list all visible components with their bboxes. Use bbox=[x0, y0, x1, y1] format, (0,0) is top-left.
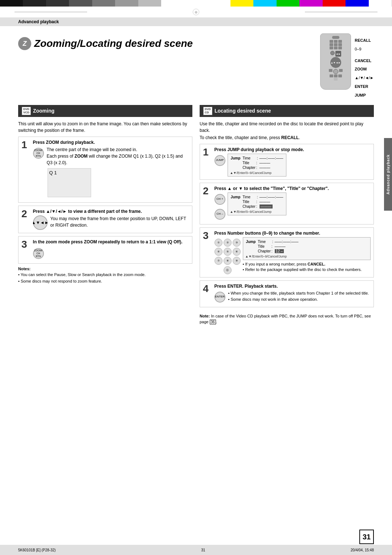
step4-bullets: • When you change the title, playback st… bbox=[228, 290, 369, 303]
reg-line-right bbox=[305, 12, 377, 12]
dvd-badge-zoom: DVDVCD bbox=[22, 107, 31, 115]
locate-step3-title: Press Number buttons (0–9) to change the… bbox=[215, 231, 371, 236]
bottom-note-text: In case of the Video CD playback with PB… bbox=[200, 314, 371, 324]
title-icon: Z bbox=[18, 37, 31, 50]
locate-step-number-4: 4 bbox=[203, 284, 209, 294]
locate-step2-content: Press ▲ or ▼ to select the "Time", "Titl… bbox=[215, 186, 371, 221]
step-number-2: 2 bbox=[21, 209, 27, 219]
locating-intro2: To check the title, chapter and time, pr… bbox=[200, 134, 374, 141]
zooming-header: DVDVCD Zooming bbox=[18, 105, 192, 117]
color-block bbox=[323, 0, 346, 7]
color-block bbox=[138, 0, 161, 7]
locate-step4-title: Press ENTER. Playback starts. bbox=[215, 284, 371, 289]
two-column-layout: DVDVCD Zooming This unit will allow you … bbox=[18, 105, 374, 325]
color-block bbox=[346, 0, 368, 7]
footer-right: 20/4/04, 15:48 bbox=[351, 548, 374, 552]
zoom-step-2: 2 Press ▲/▼/◄/► to view a different part… bbox=[18, 206, 192, 233]
zoom-step-1: 1 Press ZOOM during playback. ZOOM/CH RT… bbox=[18, 137, 192, 203]
locating-intro1: Use the title, chapter and time recorded… bbox=[200, 121, 374, 134]
right-sidebar: Advanced playback bbox=[384, 138, 392, 211]
remote-label-zoom: ZOOM bbox=[355, 66, 374, 73]
locate-step-number-3: 3 bbox=[203, 231, 209, 241]
locate-step-number-2: 2 bbox=[203, 186, 209, 196]
locate-step-1: 1 Press JUMP during playback or stop mod… bbox=[200, 144, 374, 180]
bullet-1: • When you change the title, playback st… bbox=[228, 290, 369, 297]
zoom-level-label: Q 1 bbox=[49, 170, 57, 175]
main-content: Z Zooming/Locating desired scene bbox=[0, 26, 392, 336]
locate-step4-content: Press ENTER. Playback starts. ENTER • Wh… bbox=[215, 284, 371, 304]
locate-step-4: 4 Press ENTER. Playback starts. ENTER • … bbox=[200, 280, 374, 307]
title-area: Z Zooming/Locating desired scene bbox=[18, 33, 374, 99]
footer-left: 5K60101B [E] (P28-32) bbox=[18, 548, 56, 552]
locate-step-number-1: 1 bbox=[203, 147, 209, 157]
zoom-step3-content: In the zoom mode press ZOOM repeatedly t… bbox=[33, 239, 183, 260]
locating-column: DVDCD Locating desired scene Use the tit… bbox=[200, 105, 374, 325]
remote-control-image: ◄► ▲▼◄► bbox=[320, 33, 351, 90]
remote-label-enter: ENTER bbox=[355, 83, 374, 90]
bullet-2: • Some discs may not work in the above o… bbox=[228, 296, 369, 303]
locating-title: Locating desired scene bbox=[215, 108, 271, 114]
note-1: • You can select the Pause, Slow or Sear… bbox=[18, 272, 192, 278]
refer-note: • Refer to the package supplied with the… bbox=[243, 267, 371, 272]
color-block bbox=[0, 0, 23, 7]
title-icon-letter: Z bbox=[23, 40, 27, 48]
jump-btn-1: JUMP bbox=[215, 155, 225, 166]
notes-title: Notes: bbox=[18, 267, 192, 271]
zoom-step1-body: The centre part of the image will be zoo… bbox=[47, 146, 189, 166]
ch-buttons: CH + CH – bbox=[215, 193, 225, 221]
zoom-step2-body: You may move the frame from the center p… bbox=[50, 215, 189, 228]
dvd-badge-locate: DVDCD bbox=[203, 107, 212, 115]
locate-step3-content: Press Number buttons (0–9) to change the… bbox=[215, 231, 371, 274]
num-btn-6: ⑥ bbox=[233, 248, 241, 256]
reg-mark-center: ⊕ bbox=[193, 9, 199, 15]
color-block bbox=[46, 0, 69, 7]
num-btn-3: ③ bbox=[233, 239, 241, 247]
color-block bbox=[253, 0, 276, 7]
zoom-step-3: 3 In the zoom mode press ZOOM repeatedly… bbox=[18, 236, 192, 264]
num-btn-9: ⑨ bbox=[233, 257, 241, 265]
zoom-step2-title: Press ▲/▼/◄/► to view a different part o… bbox=[33, 209, 189, 214]
remote-label-arrows: ▲/▼/◄/► bbox=[355, 74, 374, 82]
ch-plus-btn: CH + bbox=[215, 194, 225, 205]
num-btn-7: ⑦ bbox=[215, 257, 222, 265]
color-block bbox=[299, 0, 322, 7]
zoom-step1-content: Press ZOOM during playback. ZOOM/CH RTN … bbox=[33, 140, 189, 199]
arrows-btn: ▲▼◄► bbox=[33, 215, 48, 230]
color-block bbox=[184, 0, 207, 7]
zoom-step1-title: Press ZOOM during playback. bbox=[33, 140, 189, 145]
color-block bbox=[69, 0, 92, 7]
remote-label-recall: RECALL bbox=[355, 37, 374, 44]
bottom-note: Note: In case of the Video CD playback w… bbox=[200, 313, 374, 325]
reg-line-left bbox=[15, 12, 87, 12]
locate-step1-content: Press JUMP during playback or stop mode.… bbox=[215, 147, 371, 177]
section-band: Advanced playback bbox=[0, 17, 392, 26]
locating-header: DVDCD Locating desired scene bbox=[200, 105, 374, 117]
page-number: 31 bbox=[359, 530, 374, 544]
num-buttons-grid: ① ② ③ ④ ⑤ ⑥ ⑦ ⑧ ⑨ bbox=[215, 239, 241, 265]
note-2: • Some discs may not respond to zoom fea… bbox=[18, 278, 192, 284]
locate-step-3: 3 Press Number buttons (0–9) to change t… bbox=[200, 227, 374, 278]
cancel-note: • If you input a wrong number, press CAN… bbox=[243, 262, 371, 266]
zooming-title: Zooming bbox=[33, 108, 54, 114]
zoom-image-box: Q 1 bbox=[48, 168, 91, 197]
jump-display-3: JumpTime:——:——:—— Title:——— Chapter:12 –… bbox=[243, 237, 371, 260]
enter-btn: ENTER bbox=[215, 292, 225, 303]
jump-display-1: JumpTime:——:——:—— Title:——— Chapter:——— … bbox=[228, 154, 287, 177]
color-block bbox=[23, 0, 46, 7]
footer-bar: 5K60101B [E] (P28-32) 31 20/4/04, 15:48 bbox=[0, 545, 392, 555]
remote-label-cancel: CANCEL bbox=[355, 57, 374, 65]
step3-right: JumpTime:——:——:—— Title:——— Chapter:12 –… bbox=[243, 237, 371, 272]
top-color-bar bbox=[0, 0, 392, 7]
zooming-intro: This unit will allow you to zoom in on t… bbox=[18, 121, 192, 134]
num-btn-2: ② bbox=[224, 239, 232, 247]
color-block bbox=[92, 0, 115, 7]
color-block bbox=[161, 0, 184, 7]
remote-label-jump: JUMP bbox=[355, 92, 374, 99]
jump-display-2: JumpTime:——:——:—— Title:——— Chapter:——— … bbox=[228, 193, 287, 215]
zoom-notes: Notes: • You can select the Pause, Slow … bbox=[18, 267, 192, 284]
page-title-text: Zooming/Locating desired scene bbox=[34, 38, 193, 49]
locate-step-2: 2 Press ▲ or ▼ to select the "Time", "Ti… bbox=[200, 183, 374, 224]
ch-minus-btn: CH – bbox=[215, 209, 225, 220]
sidebar-text: Advanced playback bbox=[386, 154, 390, 194]
remote-label-09: 0–9 bbox=[355, 46, 374, 53]
